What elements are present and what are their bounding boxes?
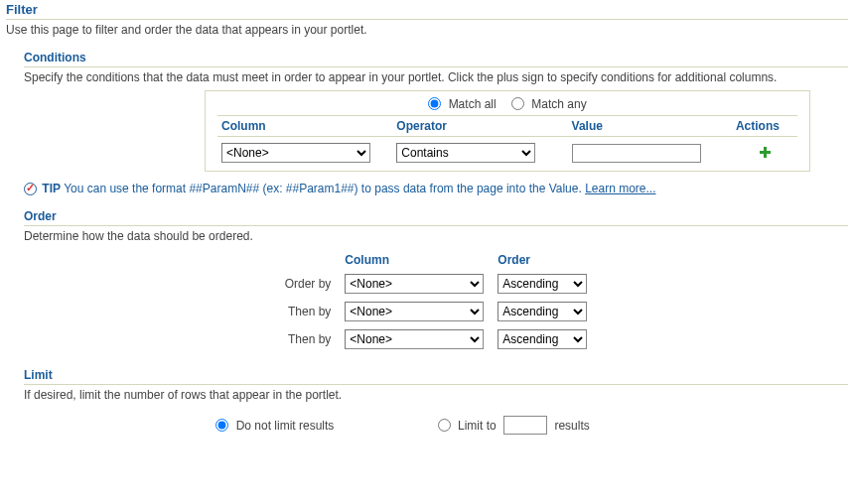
order-row-1: Order by <None> Ascending [279, 271, 594, 297]
order-title: Order [24, 209, 848, 226]
condition-operator-select[interactable]: Contains [396, 143, 535, 163]
match-any-label: Match any [531, 97, 586, 111]
tip-row: TIP You can use the format ##ParamN## (e… [24, 182, 848, 195]
limit-title: Limit [24, 368, 848, 385]
condition-column-select[interactable]: <None> [221, 143, 370, 163]
tip-text: You can use the format ##ParamN## (ex: #… [64, 182, 582, 195]
order-section: Order Determine how the data should be o… [24, 209, 848, 354]
order-row-3-column-select[interactable]: <None> [345, 329, 484, 349]
conditions-table: Column Operator Value Actions <None> C [217, 115, 797, 163]
limit-results-label: results [554, 419, 589, 433]
order-row-3-label: Then by [279, 326, 338, 352]
order-row-2-label: Then by [279, 299, 338, 324]
tip-icon [24, 183, 37, 195]
limit-desc: If desired, limit the number of rows tha… [24, 388, 848, 402]
add-condition-icon[interactable] [759, 146, 771, 158]
match-all-option[interactable]: Match all [428, 97, 499, 111]
learn-more-link[interactable]: Learn more... [585, 182, 655, 195]
order-desc: Determine how the data should be ordered… [24, 229, 848, 243]
no-limit-label: Do not limit results [236, 419, 335, 433]
order-row-2: Then by <None> Ascending [279, 299, 594, 324]
conditions-box: Match all Match any Column Operator Valu… [205, 90, 810, 172]
filter-title: Filter [6, 2, 848, 20]
order-row-2-order-select[interactable]: Ascending [498, 302, 587, 321]
filter-desc: Use this page to filter and order the da… [6, 23, 848, 37]
no-limit-radio[interactable] [215, 419, 228, 432]
limit-no-limit-row[interactable]: Do not limit results [215, 419, 434, 433]
limit-to-label: Limit to [458, 419, 497, 433]
order-row-2-column-select[interactable]: <None> [345, 302, 484, 321]
order-row-1-label: Order by [279, 271, 338, 297]
order-row-3: Then by <None> Ascending [279, 326, 594, 352]
condition-value-input[interactable] [572, 144, 701, 163]
limit-to-radio[interactable] [438, 419, 451, 432]
conditions-section: Conditions Specify the conditions that t… [24, 51, 848, 195]
order-table: Column Order Order by <None> Ascending [277, 249, 596, 354]
conditions-header-operator: Operator [392, 116, 567, 137]
match-any-radio[interactable] [511, 97, 524, 110]
conditions-header-actions: Actions [732, 116, 797, 137]
order-row-1-order-select[interactable]: Ascending [498, 274, 587, 294]
conditions-desc: Specify the conditions that the data mus… [24, 70, 848, 84]
order-header-order: Order [492, 251, 593, 269]
condition-row: <None> Contains [217, 137, 797, 164]
limit-block: Do not limit results Limit to results [24, 412, 848, 439]
order-row-1-column-select[interactable]: <None> [345, 274, 484, 294]
match-all-radio[interactable] [428, 97, 441, 110]
order-header-column: Column [339, 251, 490, 269]
limit-to-row[interactable]: Limit to results [438, 416, 656, 435]
match-any-option[interactable]: Match any [511, 97, 587, 111]
limit-value-input[interactable] [503, 416, 547, 435]
conditions-header-column: Column [217, 116, 392, 137]
match-mode-row: Match all Match any [217, 97, 797, 111]
order-row-3-order-select[interactable]: Ascending [498, 329, 587, 349]
conditions-title: Conditions [24, 51, 848, 67]
conditions-header-value: Value [568, 116, 732, 137]
limit-section: Limit If desired, limit the number of ro… [24, 368, 848, 439]
tip-label: TIP [42, 182, 61, 195]
match-all-label: Match all [449, 97, 497, 111]
